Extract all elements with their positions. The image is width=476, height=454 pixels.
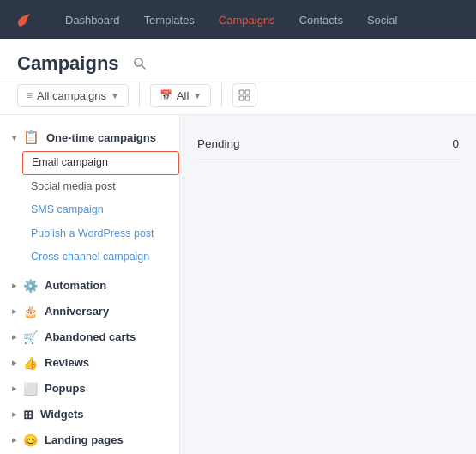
popups-label: Popups [45,382,86,395]
filter-bar: ≡ All campaigns ▼ 📅 All ▼ [0,76,476,115]
logo[interactable] [10,5,39,34]
nav-campaigns[interactable]: Campaigns [207,0,287,39]
filter-divider-1 [139,83,140,107]
svg-rect-7 [245,96,250,100]
expand-reviews-icon: ▸ [12,358,16,367]
calendar-icon: 📅 [160,89,172,101]
nav-contacts[interactable]: Contacts [287,0,355,39]
widgets-label: Widgets [40,408,83,421]
date-filter-chevron: ▼ [193,91,202,100]
nav-templates[interactable]: Templates [132,0,207,39]
sidebar-item-email-campaign[interactable]: Email campaign [22,151,179,175]
campaign-filter-label: All campaigns [37,89,106,102]
sidebar-section-abandoned-carts[interactable]: ▸ 🛒 Abandoned carts [0,324,179,350]
pending-count: 0 [452,137,459,150]
expand-widgets-icon: ▸ [12,409,16,419]
expand-abandoned-carts-icon: ▸ [12,332,16,342]
top-nav: Dashboard Templates Campaigns Contacts S… [0,0,476,39]
abandoned-carts-icon: 🛒 [23,330,38,344]
date-filter[interactable]: 📅 All ▼ [150,84,211,107]
expand-automation-icon: ▸ [12,281,16,290]
automation-label: Automation [45,279,106,292]
pending-row: Pending 0 [197,129,459,160]
sidebar-item-social-media-post[interactable]: Social media post [31,175,179,199]
nav-dashboard[interactable]: Dashboard [53,0,132,39]
filter-divider-2 [221,83,222,107]
sidebar-section-automation[interactable]: ▸ ⚙️ Automation [0,273,179,299]
sidebar-section-anniversary[interactable]: ▸ 🎂 Anniversary [0,299,179,324]
expand-landing-pages-icon: ▸ [12,435,16,445]
reviews-icon: 👍 [23,356,38,370]
anniversary-icon: 🎂 [23,305,38,318]
sidebar-section-popups[interactable]: ▸ ⬜ Popups [0,376,179,402]
page-title: Campaigns [17,52,119,75]
sidebar-section-one-time-header[interactable]: ▾ 📋 One-time campaigns [0,124,179,151]
content-area: Pending 0 [180,115,476,454]
landing-pages-label: Landing pages [45,433,124,446]
sidebar-item-sms-campaign[interactable]: SMS campaign [31,198,179,222]
svg-point-1 [18,22,22,27]
expand-popups-icon: ▸ [12,384,16,393]
anniversary-label: Anniversary [45,305,109,318]
svg-rect-4 [239,90,244,94]
automation-icon: ⚙️ [23,279,38,293]
expand-anniversary-icon: ▸ [12,306,16,316]
abandoned-carts-label: Abandoned carts [45,330,136,343]
filter-lines-icon: ≡ [27,89,33,101]
sidebar-section-one-time-label: One-time campaigns [46,131,156,144]
nav-social[interactable]: Social [355,0,409,39]
sidebar-item-publish-wordpress[interactable]: Publish a WordPress post [31,222,179,246]
landing-pages-icon: 😊 [23,433,38,447]
pending-label: Pending [197,137,240,150]
main-layout: ▾ 📋 One-time campaigns Email campaign So… [0,115,476,454]
sidebar-section-one-time: ▾ 📋 One-time campaigns Email campaign So… [0,124,179,269]
search-button[interactable] [128,51,152,76]
campaign-filter[interactable]: ≡ All campaigns ▼ [17,84,129,107]
sidebar-item-cross-channel[interactable]: Cross-channel campaign [31,245,179,269]
expand-one-time-icon: ▾ [12,133,16,142]
sidebar-section-reviews[interactable]: ▸ 👍 Reviews [0,350,179,376]
date-filter-label: All [177,89,189,102]
svg-rect-5 [245,90,250,94]
sidebar-section-widgets[interactable]: ▸ ⊞ Widgets [0,402,179,427]
sidebar-section-landing-pages[interactable]: ▸ 😊 Landing pages [0,427,179,453]
sidebar-one-time-items: Email campaign Social media post SMS cam… [0,151,179,269]
svg-line-3 [142,65,145,69]
svg-rect-6 [239,96,244,100]
page-header: Campaigns [0,39,476,76]
one-time-campaigns-icon: 📋 [23,130,39,145]
grid-view-button[interactable] [232,83,256,107]
widgets-icon: ⊞ [23,408,33,421]
popups-icon: ⬜ [23,382,38,396]
sidebar: ▾ 📋 One-time campaigns Email campaign So… [0,115,180,454]
reviews-label: Reviews [45,356,89,369]
campaign-filter-chevron: ▼ [111,91,119,100]
